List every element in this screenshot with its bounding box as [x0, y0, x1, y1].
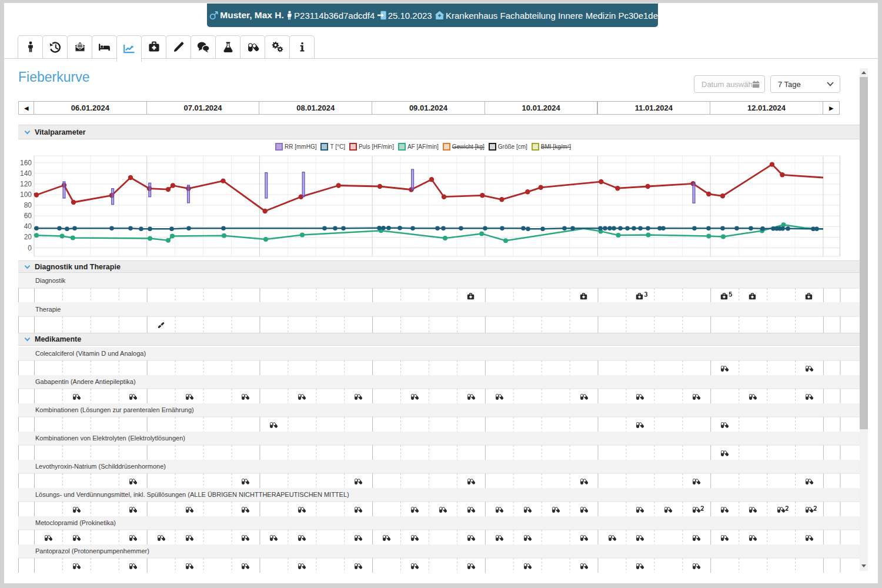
- svg-text:60: 60: [24, 212, 32, 220]
- svg-text:40: 40: [24, 222, 32, 230]
- svg-text:80: 80: [24, 201, 32, 209]
- svg-text:0: 0: [28, 244, 32, 252]
- svg-text:100: 100: [20, 191, 32, 199]
- svg-text:120: 120: [20, 180, 32, 188]
- svg-text:160: 160: [20, 159, 32, 167]
- svg-text:20: 20: [24, 233, 32, 241]
- svg-text:140: 140: [20, 169, 32, 178]
